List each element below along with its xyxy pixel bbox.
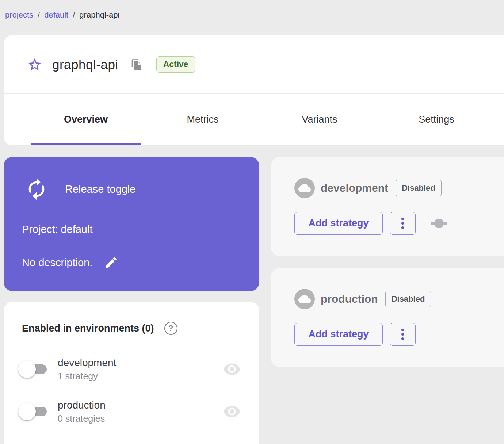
enabled-environments-header: Enabled in environments (0) ?: [22, 322, 177, 335]
environment-name: production: [321, 293, 378, 305]
enabled-environments-card: Enabled in environments (0) ? developmen…: [4, 302, 259, 444]
tab-bar: Overview Metrics Variants Settings: [27, 94, 495, 145]
environment-status-badge: Disabled: [385, 291, 431, 307]
breadcrumb-link-projects[interactable]: projects: [5, 10, 33, 20]
tab-overview[interactable]: Overview: [27, 94, 144, 145]
environment-row-text: production 0 strategies: [58, 399, 106, 424]
feature-description-row: No description.: [22, 255, 119, 270]
more-actions-kebab-icon[interactable]: [390, 323, 416, 346]
help-question-icon[interactable]: ?: [164, 322, 177, 335]
environment-header: production Disabled: [294, 289, 431, 309]
tab-variants[interactable]: Variants: [261, 94, 378, 145]
environment-card-production: production Disabled Add strategy: [271, 268, 504, 367]
environment-name: development: [321, 182, 388, 194]
environment-status-badge: Disabled: [396, 180, 442, 196]
breadcrumb-current: graphql-api: [79, 10, 119, 20]
more-actions-kebab-icon[interactable]: [390, 212, 416, 235]
breadcrumb-link-default[interactable]: default: [44, 10, 68, 20]
feature-type-row: Release toggle: [25, 177, 135, 201]
breadcrumb-separator: /: [38, 10, 40, 20]
release-toggle-loop-icon: [25, 177, 48, 201]
enabled-environments-title: Enabled in environments (0): [22, 323, 154, 334]
environment-row-production: production 0 strategies: [18, 398, 241, 425]
environment-header: development Disabled: [294, 178, 442, 198]
environment-actions: Add strategy: [294, 212, 448, 235]
environment-row-name: production: [58, 399, 106, 411]
breadcrumb-separator: /: [73, 10, 75, 20]
environment-row-strategies: 0 strategies: [58, 413, 106, 424]
tab-metrics[interactable]: Metrics: [144, 94, 261, 145]
feature-info-card: Release toggle Project: default No descr…: [4, 157, 259, 291]
title-row: graphql-api Active: [27, 35, 500, 94]
environment-toggle-development[interactable]: [18, 360, 50, 379]
page-title: graphql-api: [52, 57, 118, 72]
visibility-eye-icon[interactable]: [223, 402, 241, 421]
feature-description: No description.: [22, 257, 92, 269]
copy-name-icon[interactable]: [130, 58, 143, 71]
environment-toggle-production[interactable]: [18, 402, 50, 421]
environment-row-development: development 1 strategy: [18, 355, 241, 383]
add-strategy-button[interactable]: Add strategy: [294, 212, 383, 235]
cloud-icon: [294, 178, 315, 198]
tab-settings[interactable]: Settings: [378, 94, 495, 145]
status-badge: Active: [156, 56, 195, 73]
feature-header-card: graphql-api Active Overview Metrics Vari…: [4, 35, 504, 145]
edit-description-pencil-icon[interactable]: [103, 255, 119, 270]
environment-row-text: development 1 strategy: [58, 357, 116, 382]
environment-card-development: development Disabled Add strategy: [271, 157, 504, 256]
add-strategy-button[interactable]: Add strategy: [294, 323, 383, 346]
environment-actions: Add strategy: [294, 323, 416, 346]
breadcrumb: projects / default / graphql-api: [5, 10, 119, 20]
environment-row-name: development: [58, 357, 116, 369]
cloud-icon: [294, 289, 315, 309]
feature-project-label: Project: default: [22, 223, 92, 236]
rollout-strategy-slider-icon: [430, 218, 448, 229]
visibility-eye-icon[interactable]: [223, 360, 241, 378]
feature-type-label: Release toggle: [65, 183, 135, 195]
environment-row-strategies: 1 strategy: [58, 371, 116, 382]
favorite-star-icon[interactable]: [27, 57, 43, 73]
